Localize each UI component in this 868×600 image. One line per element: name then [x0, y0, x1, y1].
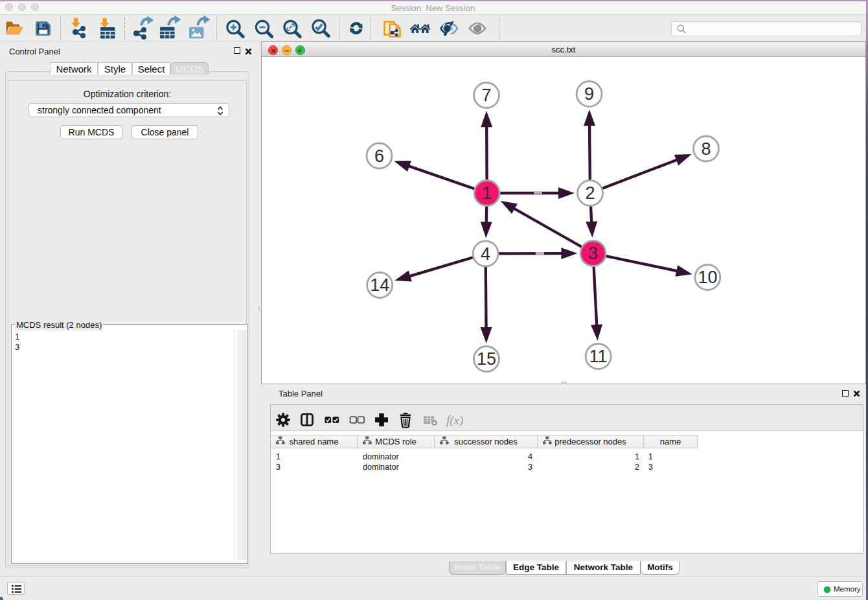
svg-text:7: 7 — [481, 86, 491, 105]
svg-text:8: 8 — [701, 139, 711, 159]
svg-text:14: 14 — [370, 275, 389, 295]
svg-text:10: 10 — [698, 268, 717, 287]
svg-text:9: 9 — [584, 84, 594, 104]
svg-text:6: 6 — [374, 146, 384, 166]
svg-text:4: 4 — [481, 244, 490, 264]
svg-text:11: 11 — [589, 347, 608, 366]
svg-text:3: 3 — [588, 244, 598, 263]
svg-text:1: 1 — [482, 183, 492, 203]
svg-text:2: 2 — [585, 183, 595, 203]
svg-text:15: 15 — [477, 349, 496, 369]
